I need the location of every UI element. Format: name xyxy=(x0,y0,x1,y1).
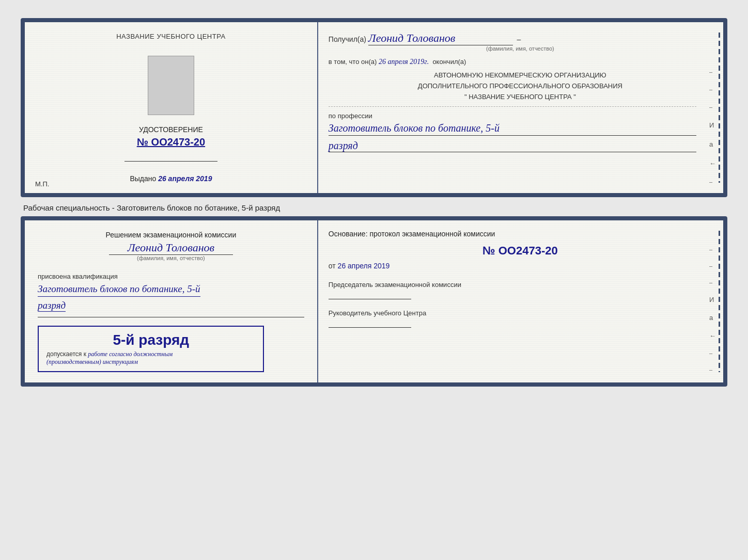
margin-arrow-b: ← xyxy=(709,332,716,340)
org-block: АВТОНОМНУЮ НЕКОММЕРЧЕСКУЮ ОРГАНИЗАЦИЮ ДО… xyxy=(329,70,712,102)
date-value: 26 апреля 2019 xyxy=(338,262,390,270)
cert-number: № OO2473-20 xyxy=(137,136,205,148)
margin-letter-i-b: И xyxy=(709,296,716,303)
top-document-card: НАЗВАНИЕ УЧЕБНОГО ЦЕНТРА УДОСТОВЕРЕНИЕ №… xyxy=(21,18,727,197)
profession-block: по профессии Заготовитель блоков по бота… xyxy=(329,112,712,152)
bottom-name-block: Леонид Толованов (фамилия, имя, отчество… xyxy=(38,241,304,267)
decision-text: Решением экзаменационной комиссии xyxy=(38,231,304,239)
basis-title: Основание: протокол экзаменационной коми… xyxy=(329,230,712,238)
director-title: Руководитель учебного Центра xyxy=(329,309,712,318)
chairman-signature-line xyxy=(329,299,411,299)
qualification-value: Заготовитель блоков по ботанике, 5-й xyxy=(38,282,200,297)
margin-arrow: ← xyxy=(709,159,716,167)
top-doc-left: НАЗВАНИЕ УЧЕБНОГО ЦЕНТРА УДОСТОВЕРЕНИЕ №… xyxy=(25,22,318,193)
margin-letter-a-b: а xyxy=(709,314,716,322)
stamp-box: 5-й разряд допускается к работе согласно… xyxy=(38,326,264,372)
profession-value: Заготовитель блоков по ботанике, 5-й xyxy=(329,121,696,136)
rank-value-top: разряд xyxy=(329,140,696,152)
bottom-person-name: Леонид Толованов xyxy=(109,241,233,255)
margin-letter-i: И xyxy=(709,121,716,129)
stamp-admit: допускается к работе согласно должностны… xyxy=(46,350,255,366)
photo-placeholder xyxy=(148,56,194,115)
margin-notes-bottom: – – – И а ← – – – xyxy=(709,246,716,387)
margin-letter-a: а xyxy=(709,140,716,148)
received-block: Получил(а) Леонид Толованов – (фамилия, … xyxy=(329,31,712,52)
chairman-title: Председатель экзаменационной комиссии xyxy=(329,280,712,290)
cert-title: УДОСТОВЕРЕНИЕ xyxy=(139,125,203,134)
date-line: от 26 апреля 2019 xyxy=(329,262,712,270)
protocol-number-block: № OO2473-20 xyxy=(329,244,712,258)
top-doc-heading: НАЗВАНИЕ УЧЕБНОГО ЦЕНТРА xyxy=(116,33,225,40)
bottom-doc-right: Основание: протокол экзаменационной коми… xyxy=(318,220,723,382)
separator-text: Рабочая специальность - Заготовитель бло… xyxy=(21,197,727,216)
name-subtitle-top: (фамилия, имя, отчество) xyxy=(329,45,712,52)
completion-date: 26 апреля 2019г. xyxy=(379,58,429,66)
director-signature-line xyxy=(329,327,411,328)
stamp-rank: 5-й разряд xyxy=(46,332,255,348)
recipient-name: Леонид Толованов xyxy=(368,31,513,45)
director-block: Руководитель учебного Центра xyxy=(329,309,712,328)
mp-label: М.П. xyxy=(35,180,49,188)
name-subtitle-bottom: (фамилия, имя, отчество) xyxy=(38,255,304,261)
chairman-block: Председатель экзаменационной комиссии xyxy=(329,280,712,299)
issued-date: 26 апреля 2019 xyxy=(158,174,212,183)
margin-notes-top: – – – И а ← – – – xyxy=(709,69,716,197)
page-container: НАЗВАНИЕ УЧЕБНОГО ЦЕНТРА УДОСТОВЕРЕНИЕ №… xyxy=(10,10,738,394)
issued-line: Выдано 26 апреля 2019 xyxy=(130,174,212,183)
protocol-number: № OO2473-20 xyxy=(329,244,712,258)
bottom-doc-left: Решением экзаменационной комиссии Леонид… xyxy=(25,220,318,382)
rank-bottom: разряд xyxy=(38,300,66,312)
bottom-document-card: Решением экзаменационной комиссии Леонид… xyxy=(21,216,727,387)
completion-block: в том, что он(а) 26 апреля 2019г. окончи… xyxy=(329,58,712,66)
top-doc-right: Получил(а) Леонид Толованов – (фамилия, … xyxy=(318,22,723,193)
